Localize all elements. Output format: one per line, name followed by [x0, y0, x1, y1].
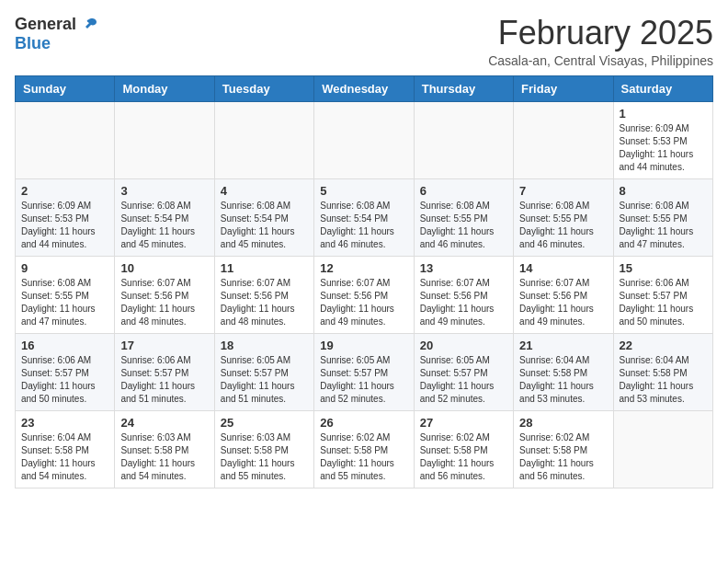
weekday-header-row: SundayMondayTuesdayWednesdayThursdayFrid…: [16, 75, 713, 101]
weekday-header-friday: Friday: [514, 75, 613, 101]
calendar-cell: 5Sunrise: 6:08 AM Sunset: 5:54 PM Daylig…: [314, 178, 414, 256]
day-info: Sunrise: 6:05 AM Sunset: 5:57 PM Dayligh…: [221, 354, 308, 406]
day-info: Sunrise: 6:08 AM Sunset: 5:54 PM Dayligh…: [320, 200, 407, 251]
day-info: Sunrise: 6:08 AM Sunset: 5:55 PM Dayligh…: [420, 200, 507, 251]
day-number: 22: [620, 339, 707, 352]
weekday-header-wednesday: Wednesday: [314, 75, 414, 101]
day-number: 1: [620, 107, 707, 121]
calendar-cell: [214, 101, 313, 178]
day-info: Sunrise: 6:03 AM Sunset: 5:58 PM Dayligh…: [120, 431, 208, 483]
day-number: 8: [620, 184, 707, 198]
calendar-table: SundayMondayTuesdayWednesdayThursdayFrid…: [15, 75, 713, 488]
day-number: 14: [519, 261, 607, 275]
calendar-cell: 10Sunrise: 6:07 AM Sunset: 5:56 PM Dayli…: [115, 256, 214, 333]
weekday-header-saturday: Saturday: [613, 75, 712, 101]
logo-bird-icon: [80, 16, 98, 34]
day-number: 11: [221, 261, 308, 275]
day-info: Sunrise: 6:08 AM Sunset: 5:55 PM Dayligh…: [21, 277, 108, 328]
calendar-cell: 6Sunrise: 6:08 AM Sunset: 5:55 PM Daylig…: [414, 178, 513, 256]
calendar-cell: 19Sunrise: 6:05 AM Sunset: 5:57 PM Dayli…: [314, 333, 414, 410]
calendar-cell: 22Sunrise: 6:04 AM Sunset: 5:58 PM Dayli…: [613, 333, 712, 410]
day-number: 13: [420, 261, 507, 275]
logo-blue-text: Blue: [15, 34, 51, 53]
day-number: 28: [519, 416, 607, 430]
day-number: 7: [519, 184, 607, 198]
calendar-cell: 18Sunrise: 6:05 AM Sunset: 5:57 PM Dayli…: [214, 333, 313, 410]
calendar-cell: 2Sunrise: 6:09 AM Sunset: 5:53 PM Daylig…: [16, 178, 115, 256]
day-number: 18: [221, 339, 308, 352]
calendar-cell: 1Sunrise: 6:09 AM Sunset: 5:53 PM Daylig…: [613, 101, 712, 178]
logo: General Blue: [15, 15, 98, 53]
month-year-title: February 2025: [488, 15, 713, 52]
calendar-cell: 17Sunrise: 6:06 AM Sunset: 5:57 PM Dayli…: [115, 333, 214, 410]
title-block: February 2025 Casala-an, Central Visayas…: [488, 15, 713, 68]
day-info: Sunrise: 6:07 AM Sunset: 5:56 PM Dayligh…: [420, 277, 507, 328]
day-number: 24: [120, 416, 208, 430]
day-info: Sunrise: 6:06 AM Sunset: 5:57 PM Dayligh…: [120, 354, 208, 406]
calendar-week-row: 16Sunrise: 6:06 AM Sunset: 5:57 PM Dayli…: [16, 333, 713, 410]
day-number: 3: [120, 184, 208, 198]
day-number: 25: [221, 416, 308, 430]
calendar-cell: [115, 101, 214, 178]
weekday-header-monday: Monday: [115, 75, 214, 101]
calendar-cell: 3Sunrise: 6:08 AM Sunset: 5:54 PM Daylig…: [115, 178, 214, 256]
weekday-header-thursday: Thursday: [414, 75, 513, 101]
day-number: 26: [320, 416, 407, 430]
day-number: 20: [420, 339, 507, 352]
day-number: 5: [320, 184, 407, 198]
calendar-cell: [414, 101, 513, 178]
calendar-cell: [613, 410, 712, 488]
calendar-cell: 9Sunrise: 6:08 AM Sunset: 5:55 PM Daylig…: [16, 256, 115, 333]
day-number: 19: [320, 339, 407, 352]
calendar-cell: 16Sunrise: 6:06 AM Sunset: 5:57 PM Dayli…: [16, 333, 115, 410]
day-number: 4: [221, 184, 308, 198]
weekday-header-tuesday: Tuesday: [214, 75, 313, 101]
day-number: 9: [21, 261, 108, 275]
calendar-cell: 25Sunrise: 6:03 AM Sunset: 5:58 PM Dayli…: [214, 410, 313, 488]
calendar-cell: 24Sunrise: 6:03 AM Sunset: 5:58 PM Dayli…: [115, 410, 214, 488]
day-number: 6: [420, 184, 507, 198]
day-number: 21: [519, 339, 607, 352]
calendar-cell: 12Sunrise: 6:07 AM Sunset: 5:56 PM Dayli…: [314, 256, 414, 333]
calendar-cell: [314, 101, 414, 178]
day-info: Sunrise: 6:04 AM Sunset: 5:58 PM Dayligh…: [620, 354, 707, 406]
day-info: Sunrise: 6:06 AM Sunset: 5:57 PM Dayligh…: [21, 354, 108, 406]
day-info: Sunrise: 6:05 AM Sunset: 5:57 PM Dayligh…: [320, 354, 407, 406]
day-info: Sunrise: 6:05 AM Sunset: 5:57 PM Dayligh…: [420, 354, 507, 406]
day-info: Sunrise: 6:07 AM Sunset: 5:56 PM Dayligh…: [120, 277, 208, 328]
page-header: General Blue February 2025 Casala-an, Ce…: [15, 15, 713, 68]
calendar-week-row: 9Sunrise: 6:08 AM Sunset: 5:55 PM Daylig…: [16, 256, 713, 333]
calendar-cell: 11Sunrise: 6:07 AM Sunset: 5:56 PM Dayli…: [214, 256, 313, 333]
location-subtitle: Casala-an, Central Visayas, Philippines: [488, 53, 713, 68]
day-info: Sunrise: 6:06 AM Sunset: 5:57 PM Dayligh…: [620, 277, 707, 328]
day-info: Sunrise: 6:02 AM Sunset: 5:58 PM Dayligh…: [519, 431, 607, 483]
calendar-cell: 27Sunrise: 6:02 AM Sunset: 5:58 PM Dayli…: [414, 410, 513, 488]
calendar-cell: 23Sunrise: 6:04 AM Sunset: 5:58 PM Dayli…: [16, 410, 115, 488]
day-info: Sunrise: 6:07 AM Sunset: 5:56 PM Dayligh…: [221, 277, 308, 328]
day-info: Sunrise: 6:04 AM Sunset: 5:58 PM Dayligh…: [21, 431, 108, 483]
day-number: 10: [120, 261, 208, 275]
day-number: 16: [21, 339, 108, 352]
day-number: 23: [21, 416, 108, 430]
calendar-cell: 8Sunrise: 6:08 AM Sunset: 5:55 PM Daylig…: [613, 178, 712, 256]
day-number: 15: [620, 261, 707, 275]
day-number: 17: [120, 339, 208, 352]
calendar-week-row: 2Sunrise: 6:09 AM Sunset: 5:53 PM Daylig…: [16, 178, 713, 256]
calendar-cell: 7Sunrise: 6:08 AM Sunset: 5:55 PM Daylig…: [514, 178, 613, 256]
calendar-cell: 13Sunrise: 6:07 AM Sunset: 5:56 PM Dayli…: [414, 256, 513, 333]
day-info: Sunrise: 6:09 AM Sunset: 5:53 PM Dayligh…: [620, 122, 707, 174]
day-info: Sunrise: 6:03 AM Sunset: 5:58 PM Dayligh…: [221, 431, 308, 483]
weekday-header-sunday: Sunday: [16, 75, 115, 101]
day-info: Sunrise: 6:08 AM Sunset: 5:54 PM Dayligh…: [120, 200, 208, 251]
day-number: 27: [420, 416, 507, 430]
calendar-week-row: 23Sunrise: 6:04 AM Sunset: 5:58 PM Dayli…: [16, 410, 713, 488]
day-info: Sunrise: 6:02 AM Sunset: 5:58 PM Dayligh…: [420, 431, 507, 483]
calendar-cell: 14Sunrise: 6:07 AM Sunset: 5:56 PM Dayli…: [514, 256, 613, 333]
day-info: Sunrise: 6:07 AM Sunset: 5:56 PM Dayligh…: [519, 277, 607, 328]
day-info: Sunrise: 6:04 AM Sunset: 5:58 PM Dayligh…: [519, 354, 607, 406]
calendar-cell: [514, 101, 613, 178]
day-info: Sunrise: 6:08 AM Sunset: 5:55 PM Dayligh…: [620, 200, 707, 251]
calendar-cell: 21Sunrise: 6:04 AM Sunset: 5:58 PM Dayli…: [514, 333, 613, 410]
calendar-cell: 15Sunrise: 6:06 AM Sunset: 5:57 PM Dayli…: [613, 256, 712, 333]
calendar-cell: 4Sunrise: 6:08 AM Sunset: 5:54 PM Daylig…: [214, 178, 313, 256]
